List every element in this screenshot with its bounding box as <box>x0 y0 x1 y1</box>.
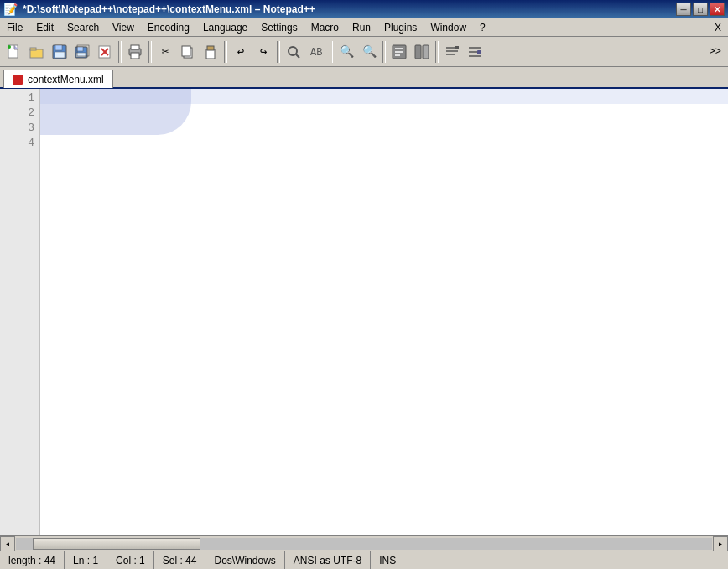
find-button[interactable] <box>283 41 304 63</box>
menu-plugins[interactable]: Plugins <box>377 18 424 36</box>
status-line-ending: Dos\Windows <box>205 551 284 569</box>
editor-content[interactable] <box>40 89 728 535</box>
svg-text:AB: AB <box>310 47 322 59</box>
toolbar-separator-6 <box>382 41 386 63</box>
undo-button[interactable]: ↩ <box>230 41 252 63</box>
menu-search[interactable]: Search <box>60 18 106 36</box>
tab-context-menu-xml[interactable]: contextMenu.xml <box>3 70 113 88</box>
h-scrollbar: ◂ ▸ <box>0 535 728 551</box>
toolbar-separator-3 <box>224 41 227 63</box>
menu-close[interactable]: X <box>708 18 728 36</box>
view1-button[interactable] <box>441 41 463 63</box>
cut-button[interactable]: ✂ <box>154 41 176 63</box>
app-icon: 📝 <box>3 3 18 16</box>
scroll-right-button[interactable]: ▸ <box>713 536 728 551</box>
toolbar-separator-7 <box>435 41 439 63</box>
svg-rect-37 <box>477 50 481 54</box>
h-scrollbar-thumb[interactable] <box>33 538 200 550</box>
menu-file[interactable]: File <box>0 18 29 36</box>
close-doc-button[interactable] <box>94 41 116 63</box>
svg-rect-28 <box>415 45 421 59</box>
svg-rect-16 <box>131 53 139 59</box>
toolbar: ✂ ↩ ↪ AB 🔍 🔍 >> <box>0 37 728 67</box>
menu-help[interactable]: ? <box>473 18 492 36</box>
line-num-2: 2 <box>0 106 34 121</box>
status-sel: Sel : 44 <box>154 551 206 569</box>
cursor-line-highlight <box>40 89 728 104</box>
line-numbers: 1 2 3 4 <box>0 89 40 535</box>
menu-encoding[interactable]: Encoding <box>141 18 196 36</box>
status-ln: Ln : 1 <box>65 551 107 569</box>
editor-container: 1 2 3 4 <box>0 89 728 535</box>
menu-view[interactable]: View <box>106 18 141 36</box>
svg-rect-19 <box>206 49 215 59</box>
toolbar-overflow-button[interactable]: >> <box>706 44 725 59</box>
menu-macro[interactable]: Macro <box>304 18 346 36</box>
svg-rect-6 <box>55 52 65 58</box>
line-num-3: 3 <box>0 121 34 136</box>
status-length: length : 44 <box>0 551 65 569</box>
toolbar-separator-2 <box>148 41 152 63</box>
zoom-out-button[interactable]: 🔍 <box>358 41 380 63</box>
open-button[interactable] <box>26 41 48 63</box>
paste-button[interactable] <box>200 41 221 63</box>
svg-rect-33 <box>455 46 459 49</box>
line-num-1: 1 <box>0 91 34 106</box>
tab-icon <box>13 75 23 85</box>
svg-rect-15 <box>131 45 139 49</box>
toolbar-separator-4 <box>277 41 280 63</box>
svg-point-21 <box>289 47 297 55</box>
title-label: *D:\soft\Notepad++\notepad++\contextMenu… <box>23 3 315 15</box>
svg-rect-5 <box>55 45 62 50</box>
selection-highlight <box>40 89 191 135</box>
scroll-left-button[interactable]: ◂ <box>0 536 15 551</box>
view2-button[interactable] <box>464 41 486 63</box>
menu-bar: File Edit Search View Encoding Language … <box>0 18 728 37</box>
menu-run[interactable]: Run <box>346 18 377 36</box>
zoom-in-button[interactable]: 🔍 <box>335 41 357 63</box>
menu-settings[interactable]: Settings <box>254 18 304 36</box>
tab-bar: contextMenu.xml <box>0 67 728 89</box>
maximize-button[interactable]: □ <box>693 3 708 16</box>
toolbar-separator-1 <box>118 41 122 63</box>
new-button[interactable] <box>3 41 25 63</box>
toolbar-separator-5 <box>330 41 333 63</box>
svg-rect-3 <box>30 48 36 50</box>
title-text: 📝 *D:\soft\Notepad++\notepad++\contextMe… <box>3 3 315 16</box>
svg-point-1 <box>8 45 11 49</box>
macro2-button[interactable] <box>411 41 433 63</box>
close-button[interactable]: ✕ <box>710 3 725 16</box>
h-scrollbar-track[interactable] <box>16 538 712 550</box>
status-mode: INS <box>371 551 404 569</box>
svg-rect-20 <box>207 46 214 50</box>
save-button[interactable] <box>49 41 70 63</box>
tab-label: contextMenu.xml <box>28 74 104 85</box>
svg-line-22 <box>296 54 299 58</box>
copy-button[interactable] <box>177 41 199 63</box>
print-button[interactable] <box>124 41 146 63</box>
macro1-button[interactable] <box>388 41 410 63</box>
title-bar: 📝 *D:\soft\Notepad++\notepad++\contextMe… <box>0 0 728 18</box>
menu-edit[interactable]: Edit <box>29 18 60 36</box>
status-encoding: ANSI as UTF-8 <box>285 551 371 569</box>
menu-window[interactable]: Window <box>424 18 473 36</box>
status-bar: length : 44 Ln : 1 Col : 1 Sel : 44 Dos\… <box>0 551 728 569</box>
svg-rect-18 <box>182 46 190 56</box>
replace-button[interactable]: AB <box>305 41 327 63</box>
redo-button[interactable]: ↪ <box>252 41 274 63</box>
svg-rect-8 <box>77 47 83 51</box>
minimize-button[interactable]: ─ <box>676 3 691 16</box>
svg-rect-29 <box>423 45 429 59</box>
status-col: Col : 1 <box>107 551 154 569</box>
line-num-4: 4 <box>0 136 34 151</box>
save-all-button[interactable] <box>71 41 93 63</box>
window-controls: ─ □ ✕ <box>676 3 725 16</box>
menu-language[interactable]: Language <box>196 18 254 36</box>
